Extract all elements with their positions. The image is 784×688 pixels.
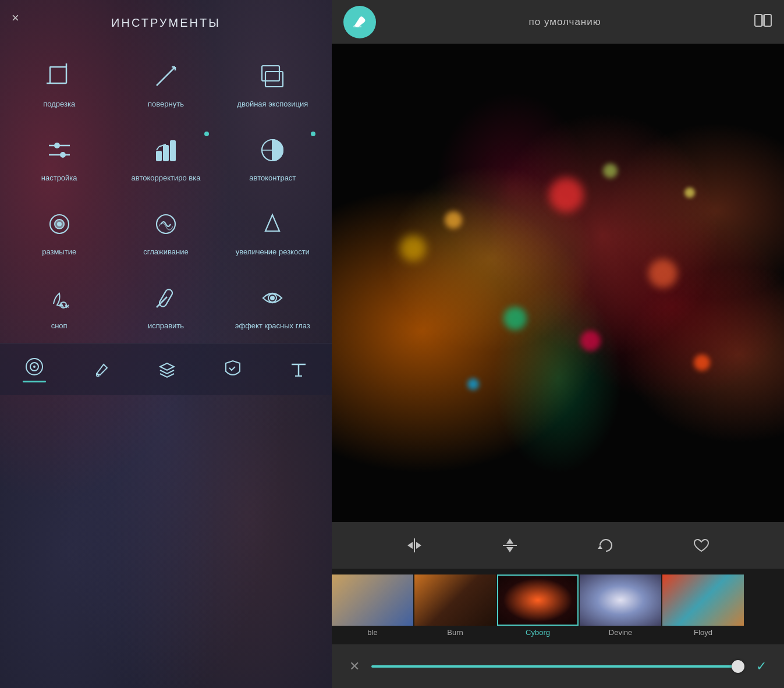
svg-rect-37 (353, 26, 361, 27)
mirror-button[interactable] (402, 533, 427, 558)
photo-area (332, 44, 784, 522)
nav-brush[interactable] (81, 354, 121, 384)
header-title: по умолчанию (529, 16, 601, 28)
nav-mask[interactable] (213, 354, 253, 384)
flip-button[interactable] (497, 533, 523, 558)
svg-rect-13 (164, 146, 168, 161)
slider-thumb[interactable] (732, 660, 744, 673)
tool-redeye-label: эффект красных глаз (235, 321, 310, 331)
tool-splash[interactable]: сноп (6, 269, 112, 343)
svg-rect-39 (764, 15, 771, 26)
filter-floyd[interactable]: Floyd (662, 574, 744, 639)
tool-fix-label: исправить (148, 321, 184, 331)
tool-smooth-label: сглаживание (143, 247, 188, 257)
svg-marker-47 (598, 545, 602, 549)
tool-sharpen-label: увеличение резкости (236, 247, 310, 257)
tool-smooth[interactable]: сглаживание (112, 195, 219, 269)
filter-controls (332, 522, 784, 569)
tool-blur-label: размытие (42, 247, 76, 257)
svg-point-11 (61, 153, 65, 157)
close-button[interactable]: × (12, 10, 19, 26)
tool-double-exp-label: двойная экспозиция (237, 100, 308, 109)
tool-fix[interactable]: исправить (112, 269, 219, 343)
svg-marker-46 (506, 547, 513, 552)
tool-blur[interactable]: размытие (6, 195, 112, 269)
tool-autocorrect-label: автокорректиро вка (132, 173, 201, 183)
svg-rect-7 (265, 72, 283, 87)
right-panel: по умолчанию (332, 0, 784, 688)
right-header: по умолчанию (332, 0, 784, 44)
svg-rect-0 (50, 67, 66, 83)
svg-rect-38 (755, 15, 762, 26)
nav-layers[interactable] (147, 354, 187, 384)
autocorrect-badge (204, 132, 209, 136)
svg-point-30 (271, 296, 274, 300)
svg-marker-43 (416, 542, 421, 549)
panel-title: инструменты (111, 16, 221, 30)
autocontrast-badge (311, 132, 315, 136)
slider-track (371, 665, 744, 668)
svg-point-10 (55, 143, 59, 148)
eraser-button[interactable] (343, 6, 376, 38)
confirm-button[interactable]: ✓ (756, 659, 767, 674)
svg-marker-42 (407, 542, 413, 549)
tool-crop-label: подрезка (43, 100, 75, 109)
favorite-button[interactable] (689, 533, 714, 558)
svg-rect-14 (171, 141, 175, 161)
tool-adjust-label: настройка (41, 173, 77, 183)
nav-text[interactable] (279, 354, 318, 384)
svg-rect-6 (262, 66, 279, 81)
filter-burn[interactable]: Burn (414, 574, 496, 639)
svg-line-15 (157, 147, 159, 150)
cancel-button[interactable]: ✕ (349, 659, 360, 674)
svg-rect-12 (157, 151, 161, 161)
svg-point-21 (58, 222, 61, 226)
tool-autocontrast[interactable]: автоконтраст (219, 121, 326, 195)
svg-line-3 (157, 67, 175, 86)
filter-strip: ble Burn Cyborg Devine Floyd (332, 569, 784, 644)
tool-crop[interactable]: подрезка (6, 47, 112, 121)
svg-marker-45 (506, 538, 513, 544)
bottom-nav (0, 343, 332, 395)
filter-cyborg[interactable]: Cyborg (497, 574, 579, 639)
filter-devine[interactable]: Devine (580, 574, 661, 639)
tool-sharpen[interactable]: увеличение резкости (219, 195, 326, 269)
left-panel: × инструменты подрезка (0, 0, 332, 688)
tool-rotate[interactable]: повернуть (112, 47, 219, 121)
tool-rotate-label: повернуть (148, 100, 184, 109)
filter-bubble[interactable]: ble (332, 574, 413, 639)
svg-marker-23 (265, 215, 279, 231)
tool-autocorrect[interactable]: автокорректиро вка (112, 121, 219, 195)
intensity-slider[interactable] (371, 665, 744, 668)
compare-button[interactable] (754, 12, 772, 32)
tool-splash-label: сноп (51, 321, 68, 331)
tool-autocontrast-label: автоконтраст (249, 173, 296, 183)
photo-placeholder (332, 44, 784, 522)
tools-grid: подрезка повернуть (0, 47, 332, 343)
tool-redeye[interactable]: эффект красных глаз (219, 269, 326, 343)
refresh-button[interactable] (593, 533, 619, 558)
tool-adjust[interactable]: настройка (6, 121, 112, 195)
tool-double-exp[interactable]: двойная экспозиция (219, 47, 326, 121)
bottom-action-bar: ✕ ✓ (332, 644, 784, 688)
nav-effects[interactable] (13, 352, 55, 387)
svg-point-33 (33, 366, 36, 368)
